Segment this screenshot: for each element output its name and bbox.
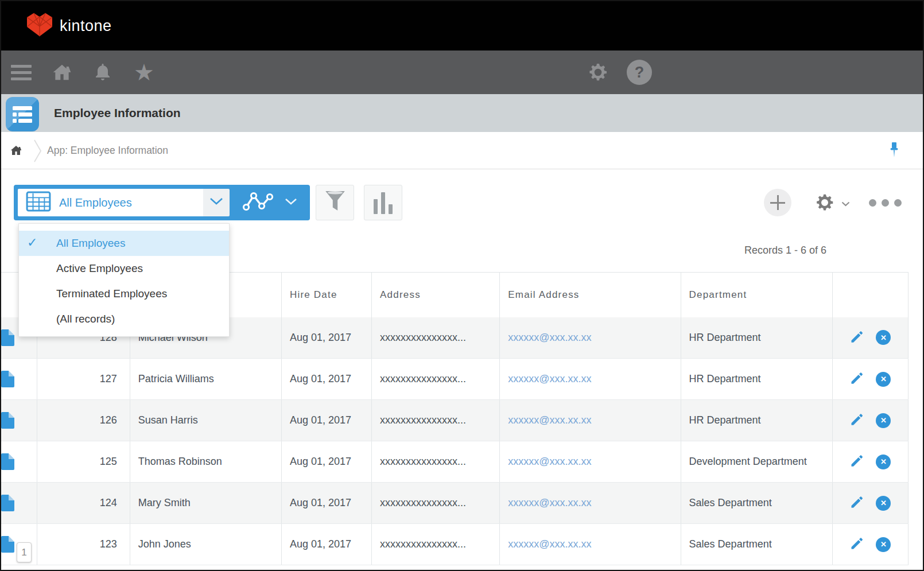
chart-button[interactable] xyxy=(364,185,402,220)
edit-record-button[interactable] xyxy=(849,536,864,553)
record-hire-date: Aug 01, 2017 xyxy=(281,441,371,483)
pencil-icon xyxy=(849,495,864,511)
menu-icon[interactable] xyxy=(9,51,33,94)
delete-record-button[interactable]: ✕ xyxy=(876,455,891,469)
delete-record-button[interactable]: ✕ xyxy=(876,372,891,387)
close-icon: ✕ xyxy=(880,333,887,342)
filter-button[interactable] xyxy=(316,185,354,220)
chevron-down-icon xyxy=(285,197,297,208)
filter-funnel-icon xyxy=(324,190,346,216)
close-icon: ✕ xyxy=(880,457,887,466)
breadcrumb-app-label[interactable]: App: Employee Information xyxy=(47,132,168,169)
record-name: Mary Smith xyxy=(130,483,281,524)
pin-icon[interactable] xyxy=(890,142,899,162)
chart-menu-button[interactable] xyxy=(230,189,310,216)
page-number-badge[interactable]: 1 xyxy=(17,542,32,562)
favorites-star-icon[interactable]: ★ xyxy=(130,51,158,94)
edit-record-button[interactable] xyxy=(849,495,864,511)
table-row[interactable]: 126 Susan Harris Aug 01, 2017 xxxxxxxxxx… xyxy=(1,400,909,441)
record-hire-date: Aug 01, 2017 xyxy=(281,359,371,400)
column-header-email[interactable]: Email Address xyxy=(500,273,681,317)
delete-record-button[interactable]: ✕ xyxy=(876,496,891,511)
pencil-icon xyxy=(849,329,864,346)
record-name: Susan Harris xyxy=(130,400,281,441)
view-menu-item-active-employees[interactable]: Active Employees xyxy=(19,256,229,281)
record-department: Development Department xyxy=(681,441,832,483)
record-file-icon[interactable] xyxy=(1,329,14,346)
table-row[interactable]: 123 John Jones Aug 01, 2017 xxxxxxxxxxxx… xyxy=(1,524,909,565)
chevron-down-icon xyxy=(209,197,223,208)
record-address: xxxxxxxxxxxxxxx... xyxy=(372,524,500,565)
record-file-icon[interactable] xyxy=(1,453,14,470)
pencil-icon xyxy=(849,371,864,387)
column-header-address[interactable]: Address xyxy=(372,273,500,317)
breadcrumb: App: Employee Information xyxy=(1,132,923,169)
close-icon: ✕ xyxy=(880,540,887,549)
email-link[interactable]: xxxxxx@xxx.xx.xx xyxy=(508,332,591,343)
view-menu-item-all-employees[interactable]: ✓ All Employees xyxy=(19,231,229,256)
add-record-button[interactable] xyxy=(764,189,791,216)
email-link[interactable]: xxxxxx@xxx.xx.xx xyxy=(508,414,591,426)
delete-record-button[interactable]: ✕ xyxy=(876,330,891,345)
app-icon[interactable] xyxy=(6,97,39,131)
kintone-home-link[interactable]: kintone xyxy=(27,13,112,39)
view-menu-item-all-records[interactable]: (All records) xyxy=(19,306,229,332)
brand-wordmark: kintone xyxy=(60,17,112,35)
email-link[interactable]: xxxxxx@xxx.xx.xx xyxy=(508,538,591,550)
record-department: Sales Department xyxy=(681,524,832,565)
record-address: xxxxxxxxxxxxxxx... xyxy=(372,400,500,441)
close-icon: ✕ xyxy=(880,499,887,507)
question-mark-glyph: ? xyxy=(627,60,652,85)
column-header-department[interactable]: Department xyxy=(681,273,832,317)
record-file-icon[interactable] xyxy=(1,495,14,511)
view-selector-dropdown-button[interactable] xyxy=(203,189,230,216)
view-menu-item-terminated-employees[interactable]: Terminated Employees xyxy=(19,281,229,306)
record-address: xxxxxxxxxxxxxxx... xyxy=(372,317,500,359)
view-selector-current[interactable]: All Employees xyxy=(18,189,203,216)
record-file-icon[interactable] xyxy=(1,536,14,553)
delete-record-button[interactable]: ✕ xyxy=(876,413,891,428)
record-address: xxxxxxxxxxxxxxx... xyxy=(372,483,500,524)
more-options-button[interactable] xyxy=(869,199,902,207)
record-name: Thomas Robinson xyxy=(130,441,281,483)
ellipsis-icon xyxy=(869,199,876,207)
view-selector: All Employees xyxy=(14,185,310,220)
delete-record-button[interactable]: ✕ xyxy=(876,537,891,552)
breadcrumb-home-icon[interactable] xyxy=(9,143,23,160)
home-icon[interactable] xyxy=(48,51,76,94)
record-department: HR Department xyxy=(681,400,832,441)
settings-gear-icon[interactable] xyxy=(585,51,611,94)
list-toolbar: All Employees xyxy=(1,185,923,220)
breadcrumb-separator-icon xyxy=(33,139,42,165)
app-header: Employee Information xyxy=(1,94,923,132)
table-row[interactable]: 124 Mary Smith Aug 01, 2017 xxxxxxxxxxxx… xyxy=(1,483,909,524)
record-hire-date: Aug 01, 2017 xyxy=(281,317,371,359)
edit-record-button[interactable] xyxy=(849,412,864,429)
column-header-hire-date[interactable]: Hire Date xyxy=(281,273,371,317)
record-number: 125 xyxy=(37,441,130,483)
record-file-icon[interactable] xyxy=(1,412,14,429)
record-file-icon[interactable] xyxy=(1,371,14,387)
help-icon[interactable]: ? xyxy=(626,51,653,94)
close-icon: ✕ xyxy=(880,375,887,383)
edit-record-button[interactable] xyxy=(849,453,864,470)
app-settings-button[interactable] xyxy=(814,192,850,216)
edit-record-button[interactable] xyxy=(849,371,864,387)
notifications-bell-icon[interactable] xyxy=(90,51,116,94)
view-dropdown-menu: ✓ All Employees Active Employees Termina… xyxy=(18,223,230,337)
email-link[interactable]: xxxxxx@xxx.xx.xx xyxy=(508,497,591,508)
edit-record-button[interactable] xyxy=(849,329,864,346)
email-link[interactable]: xxxxxx@xxx.xx.xx xyxy=(508,456,591,467)
record-name: John Jones xyxy=(130,524,281,565)
table-row[interactable]: 125 Thomas Robinson Aug 01, 2017 xxxxxxx… xyxy=(1,441,909,483)
record-hire-date: Aug 01, 2017 xyxy=(281,483,371,524)
table-row[interactable]: 127 Patricia Williams Aug 01, 2017 xxxxx… xyxy=(1,359,909,400)
global-nav-bar: ★ ? xyxy=(1,51,923,94)
record-department: Sales Department xyxy=(681,483,832,524)
table-view-icon xyxy=(26,191,51,214)
email-link[interactable]: xxxxxx@xxx.xx.xx xyxy=(508,373,591,384)
record-number: 127 xyxy=(37,359,130,400)
record-name: Patricia Williams xyxy=(130,359,281,400)
check-icon: ✓ xyxy=(27,235,37,250)
record-address: xxxxxxxxxxxxxxx... xyxy=(372,441,500,483)
